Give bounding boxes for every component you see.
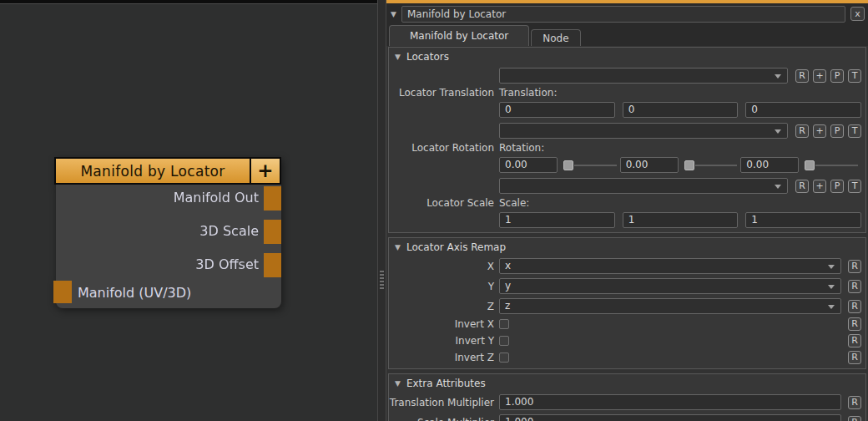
reset-button[interactable]: R: [848, 260, 861, 273]
port-connector-manifold-uv3d[interactable]: [53, 281, 72, 303]
rotation-y-field[interactable]: 0.00: [620, 157, 679, 173]
axis-z-dropdown[interactable]: z: [499, 298, 841, 314]
rotation-z-field[interactable]: 0.00: [740, 157, 799, 173]
invert-y-label: Invert Y: [389, 335, 499, 347]
port-label-manifold-uv3d: Manifold (UV/3D): [78, 284, 191, 302]
collapse-triangle-icon[interactable]: ▼: [395, 243, 401, 251]
rotation-field-label: Rotation:: [499, 142, 861, 154]
locator-rotation-label: Locator Rotation: [389, 142, 499, 154]
locator-translation-dropdown[interactable]: [499, 68, 788, 84]
translation-y-field[interactable]: 0: [623, 102, 739, 118]
rotation-x-slider[interactable]: [563, 160, 617, 170]
reset-button[interactable]: R: [848, 396, 861, 409]
translation-z-field[interactable]: 0: [745, 102, 861, 118]
scale-multiplier-field[interactable]: 1.000: [499, 414, 841, 421]
t-button[interactable]: T: [848, 124, 861, 138]
scale-multiplier-label: Scale Multiplier: [389, 417, 499, 421]
scale-y-field[interactable]: 1: [623, 212, 739, 228]
reset-button[interactable]: R: [848, 280, 861, 293]
slider-handle[interactable]: [563, 160, 573, 170]
reset-button[interactable]: R: [795, 69, 809, 83]
chevron-down-icon: [828, 305, 835, 309]
chevron-down-icon: [775, 74, 781, 79]
collapse-triangle-icon[interactable]: ▼: [395, 379, 401, 388]
section-title: Extra Attributes: [406, 378, 486, 389]
section-title: Locators: [406, 51, 449, 63]
node-manifold-by-locator[interactable]: Manifold by Locator + Manifold Out 3D Sc…: [54, 157, 281, 308]
translation-x-field[interactable]: 0: [499, 102, 615, 118]
rotation-y-slider[interactable]: [684, 160, 738, 170]
chevron-down-icon: [828, 265, 835, 269]
chevron-down-icon: [775, 129, 781, 134]
p-button[interactable]: P: [830, 69, 844, 83]
tab-node[interactable]: Node: [531, 29, 580, 46]
section-extra-attributes-header[interactable]: ▼ Extra Attributes: [389, 377, 861, 390]
panel-splitter[interactable]: [377, 0, 386, 421]
port-label-3d-scale: 3D Scale: [199, 222, 259, 241]
slider-handle[interactable]: [805, 160, 815, 170]
reset-button[interactable]: R: [848, 416, 861, 421]
close-button[interactable]: x: [850, 7, 865, 21]
reset-button[interactable]: R: [795, 180, 809, 193]
port-connector-manifold-out[interactable]: [264, 186, 281, 210]
invert-z-label: Invert Z: [389, 352, 499, 363]
rotation-x-field[interactable]: 0.00: [499, 157, 558, 173]
tab-bar: Manifold by Locator Node: [386, 24, 868, 46]
t-button[interactable]: T: [848, 180, 861, 193]
axis-x-label: X: [389, 261, 499, 272]
section-locators: ▼ Locators R + P T: [388, 47, 866, 233]
application-window: Manifold by Locator + Manifold Out 3D Sc…: [0, 0, 868, 421]
locator-scale-label: Locator Scale: [389, 197, 499, 209]
section-locators-header[interactable]: ▼ Locators: [389, 50, 861, 63]
invert-z-checkbox[interactable]: [499, 353, 509, 363]
scale-x-field[interactable]: 1: [499, 212, 615, 228]
section-axis-remap-header[interactable]: ▼ Locator Axis Remap: [389, 241, 861, 254]
add-button[interactable]: +: [813, 180, 826, 193]
reset-button[interactable]: R: [848, 317, 861, 331]
invert-x-label: Invert X: [389, 318, 499, 330]
panel-titlebar: ▼ Manifold by Locator x: [386, 3, 868, 24]
locator-translation-label: Locator Translation: [389, 87, 499, 99]
reset-button[interactable]: R: [848, 300, 861, 313]
node-add-button[interactable]: +: [251, 159, 280, 183]
node-body[interactable]: Manifold Out 3D Scale 3D Offset Manifold…: [56, 185, 281, 308]
p-button[interactable]: P: [830, 124, 844, 138]
scale-z-field[interactable]: 1: [745, 212, 861, 228]
locator-scale-dropdown[interactable]: [499, 178, 788, 194]
add-button[interactable]: +: [813, 124, 826, 138]
locator-rotation-dropdown[interactable]: [499, 123, 788, 139]
section-locator-axis-remap: ▼ Locator Axis Remap X x R Y y R: [388, 237, 866, 369]
tab-manifold-by-locator[interactable]: Manifold by Locator: [389, 25, 529, 46]
t-button[interactable]: T: [848, 69, 861, 83]
collapse-triangle-icon[interactable]: ▼: [395, 53, 401, 61]
node-title[interactable]: Manifold by Locator: [56, 159, 251, 183]
section-title: Locator Axis Remap: [406, 241, 506, 253]
splitter-grip-icon[interactable]: [378, 269, 386, 291]
chevron-down-icon: [775, 185, 781, 189]
translation-field-label: Translation:: [499, 87, 861, 99]
rotation-z-slider[interactable]: [805, 160, 858, 170]
p-button[interactable]: P: [830, 180, 844, 193]
node-header[interactable]: Manifold by Locator +: [54, 157, 281, 185]
axis-x-dropdown[interactable]: x: [499, 258, 841, 274]
slider-handle[interactable]: [684, 160, 694, 170]
axis-y-dropdown[interactable]: y: [499, 278, 841, 294]
node-graph-area: Manifold by Locator + Manifold Out 3D Sc…: [0, 0, 377, 421]
invert-x-checkbox[interactable]: [499, 319, 509, 329]
port-connector-3d-scale[interactable]: [264, 220, 281, 244]
port-label-3d-offset: 3D Offset: [195, 256, 259, 274]
reset-button[interactable]: R: [848, 351, 861, 364]
parameters-area: ▼ Locators R + P T: [386, 46, 868, 421]
parameter-panel: ▼ Manifold by Locator x Manifold by Loca…: [386, 0, 868, 421]
panel-title[interactable]: Manifold by Locator: [401, 6, 845, 23]
scale-field-label: Scale:: [499, 197, 861, 209]
section-extra-attributes: ▼ Extra Attributes Translation Multiplie…: [388, 373, 866, 421]
add-button[interactable]: +: [813, 69, 826, 83]
reset-button[interactable]: R: [795, 124, 809, 138]
invert-y-checkbox[interactable]: [499, 336, 509, 346]
collapse-triangle-icon[interactable]: ▼: [391, 10, 396, 18]
port-connector-3d-offset[interactable]: [264, 253, 281, 277]
reset-button[interactable]: R: [848, 334, 861, 347]
node-graph-canvas[interactable]: Manifold by Locator + Manifold Out 3D Sc…: [0, 3, 377, 421]
translation-multiplier-field[interactable]: 1.000: [499, 394, 841, 410]
